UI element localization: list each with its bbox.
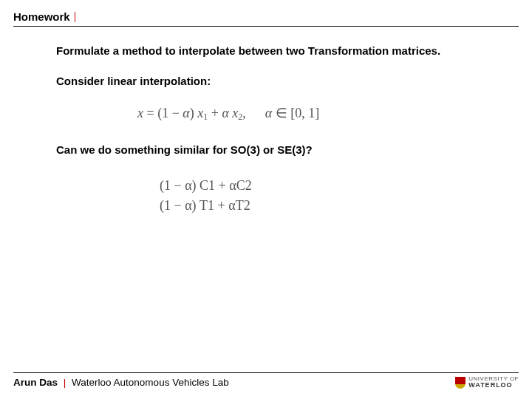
eq-row-T: (1 − α) T1 + αT2 (160, 198, 519, 214)
equation-lerp: x = (1 − α) x1 + α x2,α ∈ [0, 1] (137, 105, 519, 123)
header-divider-icon (75, 12, 75, 22)
t-alpha1: α (185, 198, 191, 213)
footer-lab: Waterloo Autonomous Vehicles Lab (72, 377, 229, 388)
slide-footer: Arun Das | Waterloo Autonomous Vehicles … (13, 372, 519, 389)
t-sub1: 1 (208, 198, 214, 213)
university-logo: UNIVERSITY OF WATERLOO (455, 376, 519, 389)
c-C2: C (236, 178, 245, 193)
t-alpha2: α (228, 198, 235, 213)
logo-line2: WATERLOO (468, 382, 519, 389)
equation-matrices: (1 − α) C1 + αC2 (1 − α) T1 + αT2 (160, 178, 519, 214)
content-area: Formulate a method to interpolate betwee… (13, 27, 519, 399)
c-sub1: 1 (208, 178, 215, 193)
lerp-plus: + (208, 106, 222, 120)
header-title: Homework (13, 10, 70, 23)
footer-author: Arun Das (13, 377, 58, 388)
footer-row: Arun Das | Waterloo Autonomous Vehicles … (13, 376, 519, 389)
lerp-x: x (137, 106, 143, 120)
t-plus: + (214, 198, 228, 213)
lerp-alpha3: α (265, 106, 272, 120)
footer-text: Arun Das | Waterloo Autonomous Vehicles … (13, 377, 229, 388)
t-open: (1 − (160, 198, 185, 213)
t-T2: T (236, 198, 244, 213)
lerp-alpha2: α (222, 106, 228, 120)
c-close: ) (192, 178, 200, 193)
t-T1: T (200, 198, 208, 213)
t-sub2: 2 (244, 198, 250, 213)
slide-header: Homework (13, 10, 519, 27)
lerp-comma: , (242, 106, 246, 120)
t-close: ) (192, 198, 200, 213)
header-bar: Homework (13, 10, 519, 24)
lerp-range: ∈ [0, 1] (272, 106, 319, 120)
lerp-close1: ) (190, 106, 198, 120)
c-sub2: 2 (245, 178, 252, 193)
lerp-eq-open: = (1 − (143, 106, 183, 120)
c-C1: C (200, 178, 208, 193)
logo-text: UNIVERSITY OF WATERLOO (468, 376, 519, 389)
eq-row-C: (1 − α) C1 + αC2 (160, 178, 519, 194)
c-plus: + (215, 178, 229, 193)
slide-root: Homework Formulate a method to interpola… (0, 0, 532, 399)
c-alpha2: α (229, 178, 236, 193)
paragraph-3: Can we do something similar for SO(3) or… (56, 143, 519, 156)
paragraph-2: Consider linear interpolation: (56, 75, 519, 87)
footer-rule (13, 372, 519, 373)
c-open: (1 − (160, 178, 185, 193)
lerp-formula: x = (1 − α) x1 + α x2,α ∈ [0, 1] (137, 106, 319, 120)
c-alpha1: α (185, 178, 191, 193)
lerp-alpha1: α (183, 106, 189, 120)
paragraph-1: Formulate a method to interpolate betwee… (56, 44, 519, 57)
footer-separator-icon: | (64, 377, 66, 388)
crest-icon (455, 377, 466, 389)
